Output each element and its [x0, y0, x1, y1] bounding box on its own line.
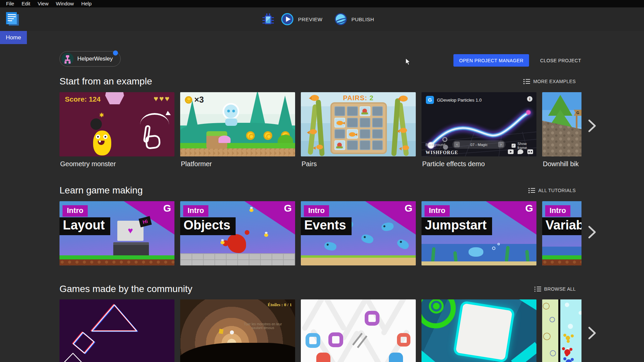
- publish-button[interactable]: PUBLISH: [351, 16, 374, 22]
- publish-icon[interactable]: [334, 13, 347, 25]
- tutorial-card-variables[interactable]: +1 Intro Variab: [542, 201, 581, 265]
- purple-ring: [328, 332, 343, 347]
- lattice-path: [321, 299, 347, 331]
- open-project-manager-button[interactable]: OPEN PROJECT MANAGER: [453, 54, 529, 67]
- water-strip: [542, 247, 581, 255]
- example-card-platformer[interactable]: ×3: [180, 92, 295, 156]
- fish-character: [360, 233, 374, 245]
- gesture-arrowhead-shape: [166, 111, 172, 117]
- grass-strip: [542, 255, 581, 259]
- bug-antenna: [266, 13, 268, 15]
- example-card-geometry-monster[interactable]: Score: 124 ♥♥♥ ✱: [59, 92, 174, 156]
- fish-character: [396, 238, 410, 251]
- gdevelop-logo-icon: G: [426, 96, 434, 104]
- tutorial-word: Variab: [542, 217, 581, 235]
- card-tile: [347, 140, 358, 150]
- tutorial-card-events[interactable]: G Intro Events: [301, 201, 416, 265]
- card-tile: [360, 140, 370, 150]
- all-tutorials-label: ALL TUTORIALS: [538, 188, 576, 193]
- tab-home[interactable]: Home: [0, 31, 27, 44]
- preset-label: 07 - Magic: [470, 143, 487, 147]
- examples-scroll-right-button[interactable]: [585, 118, 599, 134]
- card-tile-fish: [347, 129, 358, 139]
- community-card-molecules[interactable]: [542, 299, 581, 362]
- menu-bar: File Edit View Window Help: [0, 0, 644, 7]
- list-icon: [528, 188, 535, 193]
- molecule-red: [564, 349, 570, 355]
- gdevelop-logo-icon: G: [163, 203, 171, 214]
- preview-button[interactable]: PREVIEW: [298, 16, 323, 22]
- project-manager-icon[interactable]: [5, 11, 21, 27]
- tutorial-card-layout[interactable]: G ♥ Hi Intro Layout: [59, 201, 174, 265]
- card-tile: [347, 118, 358, 128]
- hint-text: Tuer les monstres en leur sautant dessus: [243, 322, 283, 330]
- bug-leg: [272, 17, 274, 18]
- monster-eye: [96, 135, 100, 139]
- menu-view[interactable]: View: [34, 0, 52, 7]
- card-tile: [334, 129, 345, 139]
- debug-icon[interactable]: [263, 13, 274, 26]
- menu-window[interactable]: Window: [52, 0, 77, 7]
- community-card-sunset[interactable]: Étoiles : 0 / 1 Tuer les monstres en leu…: [180, 299, 295, 362]
- lattice-path: [380, 299, 407, 336]
- bug-leg: [263, 23, 265, 24]
- menu-file[interactable]: File: [2, 0, 18, 7]
- preview-icon[interactable]: [281, 13, 293, 25]
- card-tile: [360, 129, 370, 139]
- card-tile: [347, 106, 358, 116]
- ball-character: [230, 330, 234, 334]
- pairs-value: 2: [369, 94, 373, 102]
- close-project-button[interactable]: CLOSE PROJECT: [537, 54, 585, 67]
- intro-tag: Intro: [63, 205, 88, 217]
- bug-leg: [263, 17, 265, 18]
- dirt-strip: [542, 259, 581, 265]
- example-card-downhill-bike[interactable]: G: [542, 92, 581, 156]
- hearts-icon: ♥♥♥: [154, 94, 170, 103]
- example-card-particle-effects[interactable]: G GDevelop Particles 1.0 i Background ‹ …: [421, 92, 536, 156]
- tutorials-scroll-right-button[interactable]: [585, 225, 599, 240]
- card-tile: [360, 118, 370, 128]
- examples-section-title: Start from an example: [59, 76, 152, 87]
- ground-dirt: [180, 148, 295, 156]
- snail-icon: [362, 109, 367, 113]
- examples-row: Score: 124 ♥♥♥ ✱ Geometry monster: [59, 92, 581, 170]
- bee-icon: [220, 241, 225, 244]
- community-card-hexagons[interactable]: [301, 299, 416, 362]
- card-tile: [372, 140, 383, 150]
- bug-leg: [272, 20, 274, 21]
- red-node: [316, 353, 330, 362]
- browse-all-button[interactable]: BROWSE ALL: [534, 286, 576, 292]
- wishforge-logo: WISHFORGE: [426, 150, 458, 155]
- intro-tag: Intro: [304, 205, 329, 217]
- more-examples-button[interactable]: MORE EXAMPLES: [523, 79, 576, 84]
- gdevelop-logo-icon: G: [525, 203, 533, 214]
- ground-strip: [301, 255, 416, 265]
- example-card-pairs[interactable]: PAIRS: 2: [301, 92, 416, 156]
- community-card-teal-square[interactable]: [421, 299, 536, 362]
- fish-icon: [400, 128, 407, 133]
- tutorial-card-objects[interactable]: G Intro Objects: [180, 201, 295, 265]
- sign-shape: [219, 329, 224, 334]
- menu-help[interactable]: Help: [78, 0, 95, 7]
- background-toggle-icon: [442, 137, 447, 142]
- community-scroll-right-button[interactable]: [585, 326, 599, 341]
- tutorial-card-jumpstart[interactable]: G Intro Jumpstart: [421, 201, 536, 265]
- avatar: [62, 53, 74, 65]
- fish-icon: [316, 145, 323, 149]
- ground-grass: [180, 143, 295, 148]
- stone-ground: [180, 253, 295, 265]
- prev-preset-icon: ‹: [454, 142, 460, 147]
- lava-splash-shape: [227, 234, 246, 253]
- bug-leg: [272, 23, 274, 24]
- tutorial-word: Layout: [59, 217, 110, 235]
- list-icon: [534, 287, 541, 292]
- intro-tag: Intro: [425, 205, 450, 217]
- tutorials-row: G ♥ Hi Intro Layout G Intro Objects G In…: [59, 201, 581, 265]
- all-tutorials-button[interactable]: ALL TUTORIALS: [528, 188, 576, 193]
- menu-edit[interactable]: Edit: [18, 0, 34, 7]
- profile-chip[interactable]: HelperWesley: [59, 51, 121, 67]
- blue-ring: [306, 333, 320, 348]
- bug-antenna: [269, 13, 270, 15]
- card-title: Platformer: [181, 160, 295, 168]
- community-card-neon-shapes[interactable]: [59, 299, 174, 362]
